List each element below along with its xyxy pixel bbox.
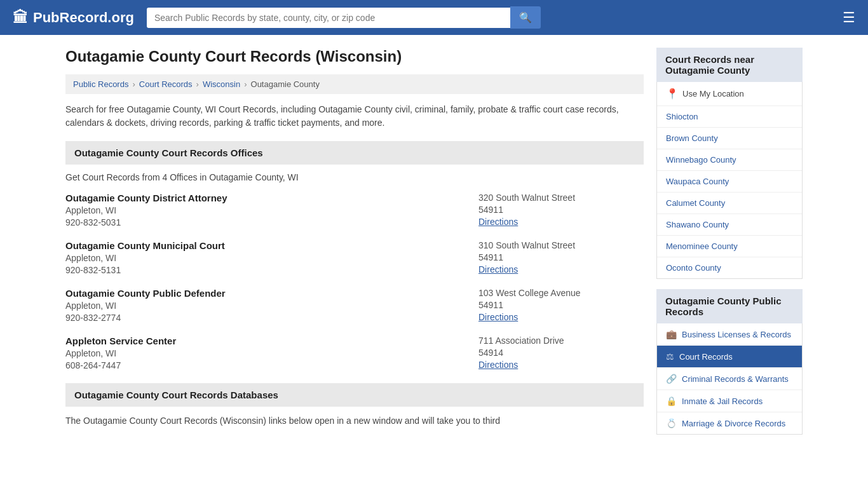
breadcrumb-wisconsin[interactable]: Wisconsin: [203, 79, 240, 89]
header: 🏛 PubRecord.org 🔍 ☰: [0, 0, 868, 35]
breadcrumb-sep-1: ›: [132, 79, 135, 89]
record-icon-4: 💍: [666, 418, 677, 428]
sidebar-nearby-item[interactable]: Winnebago County: [657, 149, 802, 171]
office-right-2: 103 West College Avenue 54911 Directions: [466, 288, 644, 323]
record-link-2[interactable]: Criminal Records & Warrants: [682, 374, 789, 384]
nearby-link-2[interactable]: Winnebago County: [666, 155, 736, 165]
logo-icon: 🏛: [13, 9, 28, 27]
databases-description: The Outagamie County Court Records (Wisc…: [65, 414, 644, 428]
sidebar-records-list: 💼 Business Licenses & Records ⚖ Court Re…: [656, 323, 803, 435]
record-icon-1: ⚖: [666, 351, 674, 362]
office-entry: Outagamie County Municipal Court Appleto…: [65, 240, 644, 275]
search-icon: 🔍: [519, 12, 532, 23]
office-name-1: Outagamie County Municipal Court: [65, 240, 466, 251]
breadcrumb-court-records[interactable]: Court Records: [139, 79, 193, 89]
sidebar-record-item[interactable]: 💼 Business Licenses & Records: [657, 323, 802, 346]
sidebar-use-location[interactable]: 📍 Use My Location: [657, 82, 802, 106]
offices-container: Outagamie County District Attorney Apple…: [65, 193, 644, 370]
office-left-0: Outagamie County District Attorney Apple…: [65, 193, 466, 227]
offices-description: Get Court Records from 4 Offices in Outa…: [65, 172, 644, 182]
directions-link-0[interactable]: Directions: [478, 217, 518, 227]
sidebar-nearby-item[interactable]: Menominee County: [657, 236, 802, 257]
office-left-1: Outagamie County Municipal Court Appleto…: [65, 240, 466, 275]
sidebar-nearby-item[interactable]: Shawano County: [657, 214, 802, 236]
office-zip-1: 54911: [478, 252, 644, 262]
use-location-label: Use My Location: [682, 89, 744, 98]
record-link-1[interactable]: Court Records: [679, 352, 733, 362]
page-title: Outagamie County Court Records (Wisconsi…: [65, 48, 644, 65]
office-address-3: 711 Association Drive: [478, 336, 644, 346]
sidebar-record-item[interactable]: ⚖ Court Records: [657, 346, 802, 368]
nearby-link-4[interactable]: Calumet County: [666, 198, 725, 208]
sidebar-nearby-item[interactable]: Oconto County: [657, 257, 802, 278]
office-zip-3: 54914: [478, 348, 644, 358]
nearby-link-5[interactable]: Shawano County: [666, 220, 729, 229]
record-icon-2: 🔗: [666, 374, 677, 384]
sidebar-nearby-item[interactable]: Calumet County: [657, 193, 802, 214]
office-entry: Outagamie County District Attorney Apple…: [65, 193, 644, 227]
sidebar-nearby-item[interactable]: Shiocton: [657, 106, 802, 128]
office-left-3: Appleton Service Center Appleton, WI 608…: [65, 336, 466, 370]
nearby-link-6[interactable]: Menominee County: [666, 241, 738, 251]
offices-section-header: Outagamie County Court Records Offices: [65, 141, 644, 165]
office-phone-0: 920-832-5031: [65, 217, 466, 227]
databases-section-header: Outagamie County Court Records Databases: [65, 383, 644, 407]
record-link-0[interactable]: Business Licenses & Records: [682, 330, 791, 339]
nearby-link-1[interactable]: Brown County: [666, 133, 718, 143]
office-right-0: 320 South Walnut Street 54911 Directions: [466, 193, 644, 227]
nearby-link-7[interactable]: Oconto County: [666, 263, 721, 273]
office-left-2: Outagamie County Public Defender Appleto…: [65, 288, 466, 323]
logo[interactable]: 🏛 PubRecord.org: [13, 9, 134, 27]
directions-link-2[interactable]: Directions: [478, 312, 518, 322]
office-entry: Appleton Service Center Appleton, WI 608…: [65, 336, 644, 370]
office-name-2: Outagamie County Public Defender: [65, 288, 466, 299]
main-content: Outagamie County Court Records (Wisconsi…: [65, 48, 644, 435]
nearby-link-3[interactable]: Waupaca County: [666, 177, 729, 186]
logo-text: PubRecord.org: [33, 10, 134, 26]
sidebar: Court Records near Outagamie County 📍 Us…: [656, 48, 803, 435]
office-city-0: Appleton, WI: [65, 205, 466, 215]
office-zip-2: 54911: [478, 300, 644, 310]
sidebar-record-item[interactable]: 🔒 Inmate & Jail Records: [657, 390, 802, 412]
directions-link-1[interactable]: Directions: [478, 264, 518, 274]
record-link-4[interactable]: Marriage & Divorce Records: [682, 419, 785, 428]
sidebar-record-item[interactable]: 💍 Marriage & Divorce Records: [657, 412, 802, 434]
breadcrumb-sep-3: ›: [244, 79, 247, 89]
office-address-0: 320 South Walnut Street: [478, 193, 644, 203]
record-link-3[interactable]: Inmate & Jail Records: [682, 396, 763, 406]
office-phone-2: 920-832-2774: [65, 313, 466, 323]
sidebar-record-item[interactable]: 🔗 Criminal Records & Warrants: [657, 368, 802, 390]
office-name-3: Appleton Service Center: [65, 336, 466, 346]
sidebar-nearby-item[interactable]: Waupaca County: [657, 171, 802, 193]
office-zip-0: 54911: [478, 205, 644, 215]
nearby-items-container: ShioctonBrown CountyWinnebago CountyWaup…: [657, 106, 802, 278]
office-right-1: 310 South Walnut Street 54911 Directions: [466, 240, 644, 275]
office-right-3: 711 Association Drive 54914 Directions: [466, 336, 644, 370]
records-items-container: 💼 Business Licenses & Records ⚖ Court Re…: [657, 323, 802, 434]
office-address-2: 103 West College Avenue: [478, 288, 644, 298]
office-entry: Outagamie County Public Defender Appleto…: [65, 288, 644, 323]
breadcrumb-sep-2: ›: [196, 79, 199, 89]
menu-icon[interactable]: ☰: [843, 10, 855, 26]
office-city-2: Appleton, WI: [65, 301, 466, 311]
office-address-1: 310 South Walnut Street: [478, 240, 644, 250]
sidebar-nearby-list: 📍 Use My Location ShioctonBrown CountyWi…: [656, 82, 803, 279]
main-container: Outagamie County Court Records (Wisconsi…: [53, 35, 815, 447]
sidebar-records-title: Outagamie County Public Records: [656, 289, 803, 323]
page-description: Search for free Outagamie County, WI Cou…: [65, 103, 644, 130]
search-bar: 🔍: [147, 6, 541, 29]
record-icon-0: 💼: [666, 329, 677, 339]
breadcrumb: Public Records › Court Records › Wiscons…: [65, 74, 644, 94]
sidebar-nearby-title: Court Records near Outagamie County: [656, 48, 803, 82]
breadcrumb-current: Outagamie County: [251, 79, 320, 89]
office-name-0: Outagamie County District Attorney: [65, 193, 466, 203]
nearby-link-0[interactable]: Shiocton: [666, 112, 698, 121]
office-phone-1: 920-832-5131: [65, 265, 466, 275]
directions-link-3[interactable]: Directions: [478, 360, 518, 370]
search-input[interactable]: [147, 8, 510, 28]
breadcrumb-public-records[interactable]: Public Records: [73, 79, 128, 89]
office-city-3: Appleton, WI: [65, 348, 466, 358]
location-icon: 📍: [666, 88, 679, 100]
sidebar-nearby-item[interactable]: Brown County: [657, 128, 802, 149]
search-button[interactable]: 🔍: [510, 6, 541, 29]
